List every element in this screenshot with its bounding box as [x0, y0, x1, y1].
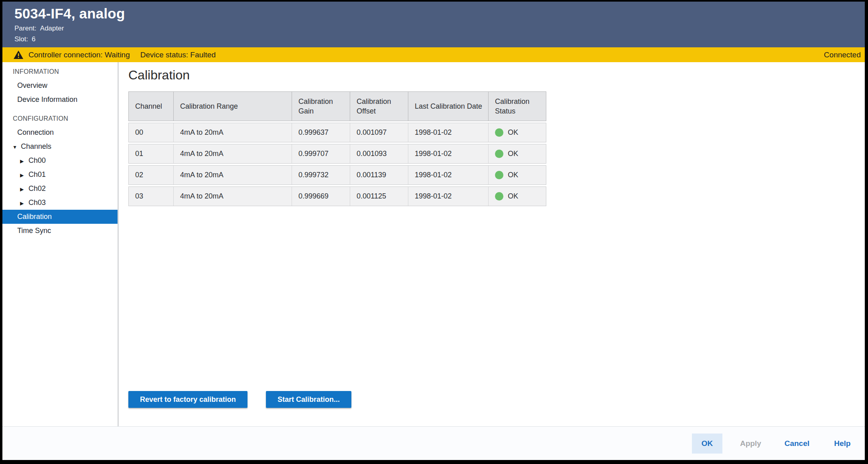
chevron-right-icon[interactable]: ▶ — [20, 182, 26, 197]
column-header-calibration-gain: Calibration Gain — [292, 92, 350, 121]
sidebar-item-device-information[interactable]: Device Information — [2, 93, 118, 107]
cell-channel: 00 — [129, 123, 174, 142]
cell-gain: 0.999637 — [292, 123, 350, 142]
cell-offset: 0.001139 — [350, 166, 408, 184]
sidebar-item-time-sync[interactable]: Time Sync — [2, 224, 118, 238]
cell-date: 1998-01-02 — [408, 187, 489, 206]
status-ok-icon — [495, 128, 503, 137]
slot-line: Slot: 6 — [14, 35, 865, 43]
status-text: OK — [508, 171, 518, 179]
table-row: 03 4mA to 20mA 0.999669 0.001125 1998-01… — [128, 186, 546, 206]
cell-offset: 0.001097 — [350, 123, 408, 142]
sidebar-item-label: Overview — [17, 81, 47, 89]
apply-button[interactable]: Apply — [734, 434, 767, 454]
sidebar-item-label: Connection — [17, 128, 54, 136]
sidebar-item-label: Calibration — [17, 213, 52, 221]
cell-gain: 0.999669 — [292, 187, 350, 206]
status-ok-icon — [495, 150, 503, 158]
warning-triangle-icon — [14, 51, 23, 59]
calibration-actions: Revert to factory calibration Start Cali… — [128, 391, 351, 408]
sidebar-item-ch00[interactable]: ▶Ch00 — [2, 154, 118, 168]
calibration-page: Calibration Channel Calibration Range Ca… — [119, 62, 865, 426]
status-ok-icon — [495, 171, 503, 179]
start-calibration-button[interactable]: Start Calibration... — [266, 391, 351, 408]
column-header-last-calibration-date: Last Calibration Date — [408, 92, 489, 121]
sidebar-item-ch01[interactable]: ▶Ch01 — [2, 168, 118, 182]
device-profile-window: 5034-IF4, analog Parent: Adapter Slot: 6… — [0, 0, 868, 464]
sidebar-nav: INFORMATION Overview Device Information … — [2, 62, 119, 426]
sidebar-item-label: Channels — [21, 142, 51, 150]
cell-channel: 01 — [129, 144, 174, 163]
sidebar-item-label: Time Sync — [17, 227, 51, 235]
section-configuration: CONFIGURATION — [2, 111, 118, 126]
cell-channel: 03 — [129, 187, 174, 206]
sidebar-item-label: Device Information — [17, 95, 77, 103]
cell-date: 1998-01-02 — [408, 144, 489, 163]
cell-gain: 0.999732 — [292, 166, 350, 184]
device-title: 5034-IF4, analog — [14, 6, 865, 22]
cell-range: 4mA to 20mA — [174, 187, 292, 206]
sidebar-item-label: Ch03 — [28, 199, 46, 207]
connection-state-badge: Connected — [824, 51, 861, 59]
column-header-calibration-range: Calibration Range — [174, 92, 292, 121]
cell-range: 4mA to 20mA — [174, 123, 292, 142]
status-text: OK — [508, 128, 518, 137]
sidebar-item-label: Ch02 — [28, 184, 46, 192]
column-header-calibration-offset: Calibration Offset — [350, 92, 408, 121]
chevron-down-icon[interactable]: ▼ — [12, 140, 18, 154]
section-information: INFORMATION — [2, 65, 118, 79]
cell-range: 4mA to 20mA — [174, 144, 292, 163]
table-header-row: Channel Calibration Range Calibration Ga… — [128, 91, 546, 121]
table-row: 01 4mA to 20mA 0.999707 0.001093 1998-01… — [128, 144, 546, 164]
chevron-right-icon[interactable]: ▶ — [20, 154, 26, 168]
status-text: OK — [508, 192, 518, 201]
sidebar-item-ch03[interactable]: ▶Ch03 — [2, 196, 118, 210]
help-button[interactable]: Help — [827, 434, 858, 454]
alert-bar: Controller connection: Waiting Device st… — [2, 47, 865, 62]
cell-offset: 0.001093 — [350, 144, 408, 163]
cancel-button[interactable]: Cancel — [779, 434, 815, 454]
cell-channel: 02 — [129, 166, 174, 184]
calibration-table: Channel Calibration Range Calibration Ga… — [128, 91, 546, 206]
slot-value: 6 — [32, 35, 35, 43]
cell-status: OK — [489, 187, 546, 206]
sidebar-item-ch02[interactable]: ▶Ch02 — [2, 182, 118, 196]
chevron-right-icon[interactable]: ▶ — [20, 197, 26, 211]
controller-connection-status: Controller connection: Waiting — [28, 51, 130, 59]
revert-to-factory-calibration-button[interactable]: Revert to factory calibration — [128, 391, 247, 408]
cell-status: OK — [489, 144, 546, 163]
column-header-calibration-status: Calibration Status — [489, 92, 546, 121]
parent-line: Parent: Adapter — [14, 24, 865, 32]
page-title: Calibration — [128, 68, 865, 83]
parent-value: Adapter — [40, 24, 64, 32]
slot-label: Slot: — [14, 35, 28, 43]
cell-offset: 0.001125 — [350, 187, 408, 206]
titlebar: 5034-IF4, analog Parent: Adapter Slot: 6 — [2, 2, 865, 47]
cell-range: 4mA to 20mA — [174, 166, 292, 184]
column-header-channel: Channel — [129, 92, 174, 121]
status-ok-icon — [495, 192, 503, 201]
device-status: Device status: Faulted — [140, 51, 216, 59]
status-text: OK — [508, 150, 518, 158]
chevron-right-icon[interactable]: ▶ — [20, 168, 26, 182]
cell-date: 1998-01-02 — [408, 166, 489, 184]
sidebar-item-connection[interactable]: Connection — [2, 126, 118, 140]
table-row: 00 4mA to 20mA 0.999637 0.001097 1998-01… — [128, 123, 546, 142]
sidebar-item-overview[interactable]: Overview — [2, 79, 118, 93]
sidebar-item-label: Ch01 — [28, 170, 46, 178]
table-row: 02 4mA to 20mA 0.999732 0.001139 1998-01… — [128, 165, 546, 185]
parent-label: Parent: — [14, 24, 37, 32]
dialog-footer: OK Apply Cancel Help — [2, 426, 865, 460]
sidebar-item-channels[interactable]: ▼Channels — [2, 140, 118, 154]
cell-date: 1998-01-02 — [408, 123, 489, 142]
sidebar-item-calibration[interactable]: Calibration — [2, 210, 118, 224]
cell-status: OK — [489, 166, 546, 184]
cell-gain: 0.999707 — [292, 144, 350, 163]
ok-button[interactable]: OK — [692, 434, 722, 454]
sidebar-item-label: Ch00 — [28, 156, 46, 164]
cell-status: OK — [489, 123, 546, 142]
